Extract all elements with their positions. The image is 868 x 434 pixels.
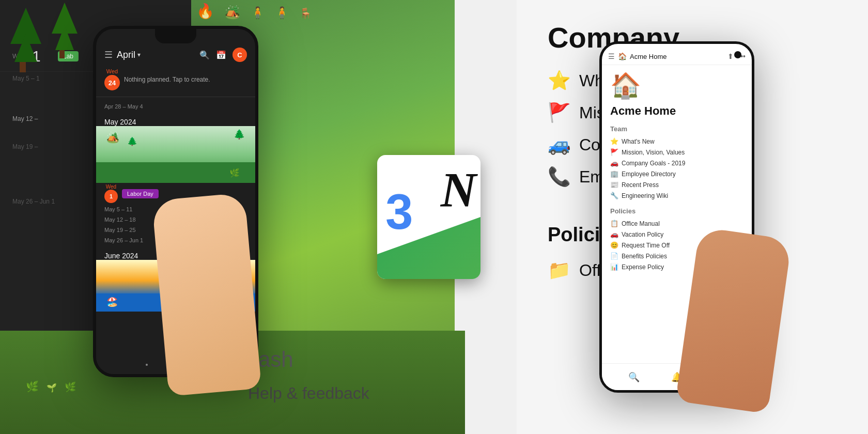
- notion-chart-icon: 📊: [610, 263, 618, 271]
- bg-notion-folder-icon: 📁: [548, 259, 571, 281]
- notion-press-text: Recent Press: [622, 181, 659, 189]
- notion-page-emoji-header: 🏠: [618, 52, 627, 60]
- notion-office-text: Office Manual: [622, 220, 660, 227]
- phone-notch-right: [734, 51, 741, 58]
- notion-whats-new-text: What's New: [622, 138, 655, 145]
- cal-avatar-initial: C: [237, 51, 242, 59]
- cal-labor-day-event: Labor Day: [122, 189, 159, 198]
- notion-newspaper-icon: 📰: [610, 181, 618, 189]
- notion-document-icon: 📄: [610, 252, 618, 260]
- cal-today-text: Nothing planned. Tap to create.: [124, 76, 247, 83]
- center-tagline-1: ash: [258, 347, 293, 372]
- notion-page-emoji: 🏠: [610, 71, 743, 100]
- notion-item-wiki[interactable]: 🔧 Engineering Wiki: [610, 190, 743, 201]
- cal-menu-icon[interactable]: ☰: [104, 49, 113, 60]
- logo-card: 3 N: [377, 155, 481, 279]
- logo-number-3: 3: [385, 187, 413, 237]
- notion-wiki-text: Engineering Wiki: [622, 192, 668, 199]
- cal-dropdown-icon[interactable]: ▾: [137, 51, 141, 58]
- notion-header-title: Acme Home: [630, 53, 724, 60]
- cal-ld-badge: 1: [104, 190, 118, 203]
- cal-month-title: April: [117, 50, 135, 60]
- notion-item-directory[interactable]: 🏢 Employee Directory: [610, 168, 743, 179]
- notion-smiley-icon: 😊: [610, 241, 618, 249]
- cal-view-icon[interactable]: 📅: [216, 50, 226, 60]
- notion-item-press[interactable]: 📰 Recent Press: [610, 179, 743, 190]
- bg-notion-phone-icon: 📞: [548, 166, 571, 188]
- bg-notion-flag-icon: 🚩: [548, 102, 571, 123]
- cal-ld-num: 1: [110, 193, 113, 199]
- center-logo: 3 N: [377, 155, 491, 279]
- phone-notch-left: [155, 29, 196, 43]
- cal-week-range-1: Apr 28 – May 4: [96, 101, 255, 112]
- notion-car-icon: 🚗: [610, 159, 618, 167]
- cal-may-header: May 2024: [96, 112, 255, 126]
- notion-vacation-text: Vacation Policy: [622, 231, 663, 238]
- notion-mission-text: Mission, Vision, Values: [622, 149, 685, 156]
- notion-building-icon: 🏢: [610, 170, 618, 178]
- bg-notion-car-icon: 🚙: [548, 134, 571, 156]
- cal-user-avatar[interactable]: C: [233, 48, 247, 62]
- notion-directory-text: Employee Directory: [622, 171, 676, 178]
- notion-menu-icon[interactable]: ☰: [608, 52, 615, 60]
- notion-star-icon: ⭐: [610, 137, 618, 145]
- logo-letter-n: N: [441, 165, 476, 215]
- notion-header: ☰ 🏠 Acme Home ⬆ •••: [602, 44, 752, 65]
- cal-search-icon[interactable]: 🔍: [199, 50, 210, 60]
- nav-back-icon[interactable]: [146, 364, 148, 366]
- notion-flag-icon: 🚩: [610, 148, 618, 156]
- notion-item-mission[interactable]: 🚩 Mission, Vision, Values: [610, 147, 743, 158]
- notion-timeoff-text: Request Time Off: [622, 242, 670, 249]
- notion-benefits-text: Benefits Policies: [622, 253, 667, 260]
- notion-team-section: Team: [610, 125, 743, 133]
- cal-may-illustration: 🏕️ 🌲 🌿 🌲: [96, 126, 255, 183]
- notion-wrench-icon: 🔧: [610, 192, 618, 199]
- notion-item-goals[interactable]: 🚗 Company Goals - 2019: [610, 158, 743, 168]
- cal-today-row: Wed 24 Nothing planned. Tap to create.: [96, 66, 255, 92]
- notion-item-office[interactable]: 📋 Office Manual: [610, 218, 743, 229]
- notion-vacation-icon: 🚗: [610, 230, 618, 238]
- notion-clipboard-icon: 📋: [610, 220, 618, 227]
- notion-search-icon[interactable]: 🔍: [628, 371, 640, 383]
- notion-page-title: Acme Home: [610, 104, 743, 118]
- notion-goals-text: Company Goals - 2019: [622, 160, 685, 167]
- cal-separator-1: [96, 97, 255, 97]
- bg-notion-star-icon: ⭐: [548, 70, 571, 91]
- cal-ld-day: Wed: [106, 184, 116, 190]
- notion-policies-section: Policies: [610, 207, 743, 215]
- cal-today-num: 24: [109, 79, 116, 87]
- cal-today-day: Wed: [106, 68, 118, 74]
- cal-today-badge: 24: [104, 75, 120, 90]
- notion-expense-text: Expense Policy: [622, 264, 664, 271]
- cal-header-icons: 🔍 📅 C: [199, 48, 247, 62]
- notion-item-whats-new[interactable]: ⭐ What's New: [610, 136, 743, 147]
- center-tagline-2: Help & feedback: [248, 384, 369, 403]
- hand-left: [152, 193, 261, 396]
- notion-share-icon[interactable]: ⬆: [727, 52, 734, 60]
